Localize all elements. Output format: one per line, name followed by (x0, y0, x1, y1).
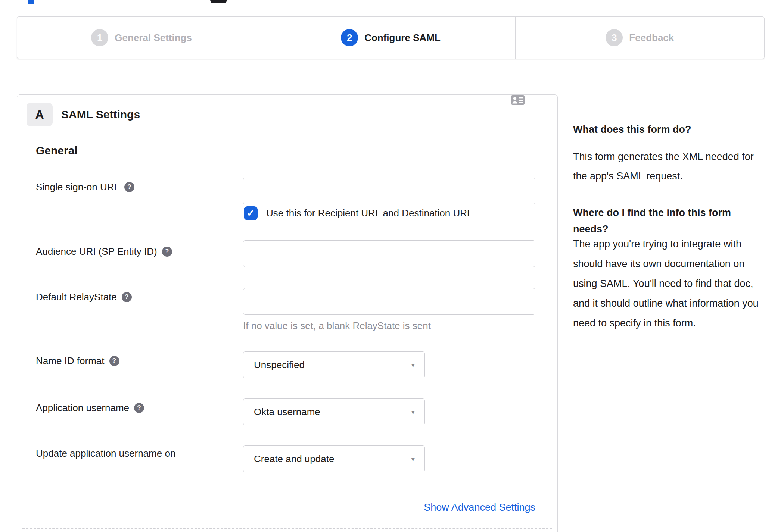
update-username-select[interactable]: Create and update ▾ (243, 445, 425, 472)
section-badge: A (27, 103, 53, 126)
page-title-fragment-blue (28, 0, 34, 4)
relay-state-hint: If no value is set, a blank RelayState i… (243, 319, 431, 332)
audience-uri-input[interactable] (243, 240, 535, 267)
recipient-url-checkbox-label: Use this for Recipient URL and Destinati… (266, 206, 473, 220)
audience-uri-label-text: Audience URI (SP Entity ID) (36, 245, 157, 258)
step-1-label: General Settings (115, 32, 192, 44)
help-icon[interactable]: ? (134, 403, 144, 413)
chevron-down-icon: ▾ (411, 455, 415, 463)
app-username-value: Okta username (254, 406, 411, 418)
update-username-label: Update application username on (36, 447, 175, 460)
step-configure-saml: 2 Configure SAML (266, 17, 515, 59)
chevron-down-icon: ▾ (411, 361, 415, 369)
panel-title: SAML Settings (61, 108, 140, 121)
app-username-label: Application username ? (36, 401, 144, 414)
show-advanced-settings-link[interactable]: Show Advanced Settings (424, 501, 535, 514)
step-1-number: 1 (91, 29, 108, 46)
sso-url-input[interactable] (243, 178, 535, 204)
sidebar-question-2: Where do I find the info this form needs… (573, 204, 760, 237)
recipient-url-checkbox[interactable]: ✓ (244, 206, 258, 220)
step-2-number: 2 (341, 29, 358, 46)
saml-settings-panel: A SAML Settings General Single sign-on U… (17, 94, 558, 532)
sidebar-question-1: What does this form do? (573, 123, 691, 136)
name-id-format-value: Unspecified (254, 359, 411, 371)
relay-state-label-text: Default RelayState (36, 291, 117, 303)
general-section-title: General (36, 144, 78, 157)
app-username-label-text: Application username (36, 401, 129, 414)
step-2-label: Configure SAML (364, 32, 441, 44)
help-icon[interactable]: ? (122, 292, 132, 302)
relay-state-label: Default RelayState ? (36, 291, 132, 303)
help-icon[interactable]: ? (162, 247, 172, 257)
sidebar-answer-2: The app you're trying to integrate with … (573, 234, 760, 333)
page-title-fragment-dark (210, 0, 227, 3)
sso-url-label-text: Single sign-on URL (36, 181, 119, 193)
relay-state-input[interactable] (243, 288, 535, 315)
help-icon[interactable]: ? (124, 182, 134, 192)
name-id-format-select[interactable]: Unspecified ▾ (243, 351, 425, 378)
audience-uri-label: Audience URI (SP Entity ID) ? (36, 245, 172, 258)
update-username-label-text: Update application username on (36, 447, 175, 460)
sso-url-label: Single sign-on URL ? (36, 181, 134, 193)
sidebar-answer-1: This form generates the XML needed for t… (573, 147, 760, 186)
name-id-format-label: Name ID format ? (36, 354, 119, 367)
app-username-select[interactable]: Okta username ▾ (243, 398, 425, 425)
step-general-settings: 1 General Settings (17, 17, 266, 59)
help-icon[interactable]: ? (109, 356, 119, 366)
name-id-format-label-text: Name ID format (36, 354, 105, 367)
chevron-down-icon: ▾ (411, 408, 415, 416)
help-sidebar: What does this form do? This form genera… (573, 0, 760, 532)
update-username-value: Create and update (254, 453, 411, 465)
dashed-divider (22, 528, 552, 529)
check-icon: ✓ (247, 207, 255, 219)
contact-card-icon (511, 95, 525, 105)
